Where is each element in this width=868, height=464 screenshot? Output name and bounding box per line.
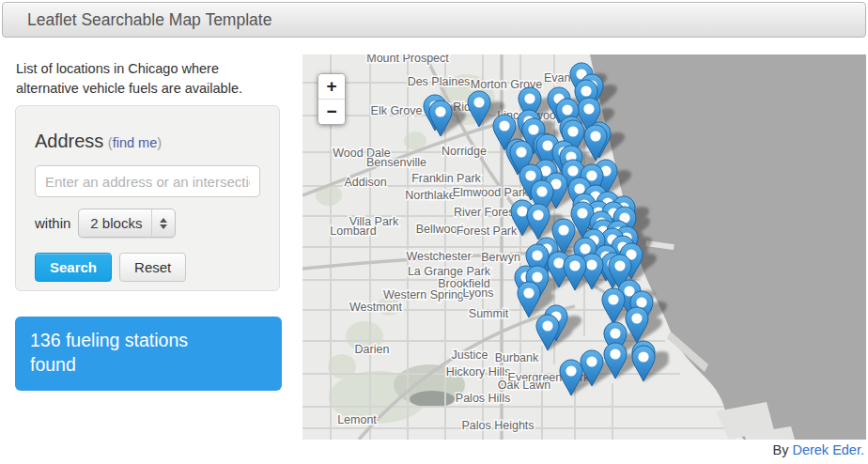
zoom-in-button[interactable]: + [318,74,345,100]
map[interactable]: Mount ProspectDes PlainesMorton GroveEva… [302,54,866,440]
map-place-label: Des Plaines [408,75,471,88]
attribution-by-text: By [773,442,789,457]
button-row: Search Reset [35,253,260,282]
within-row: within 2 blocks [35,209,260,238]
map-place-label: Palos Heights [461,419,534,432]
map-place-label: Elmwood Park [453,186,529,199]
find-me-link[interactable]: find me [113,135,158,150]
app-title-bar: Leaflet Searchable Map Template [2,2,866,38]
map-place-label: Western Springs [383,288,470,302]
map-place-label: Burbank [495,351,539,364]
attribution: ByDerek Eder. [302,442,864,457]
author-link[interactable]: Derek Eder. [792,442,864,457]
map-place-label: Justice [452,348,488,362]
map-place-label: Oak Lawn [498,379,550,392]
zoom-out-button[interactable]: − [318,100,345,124]
intro-text: List of locations in Chicago where alter… [16,59,279,99]
map-place-label: Norridge [442,145,487,158]
select-spinner-icon [151,209,175,237]
map-place-label: Forest Park [457,224,518,238]
results-count-text: 136 fueling stations found [30,329,223,377]
map-place-label: Lombard [330,224,376,238]
address-search-panel: Address (find me) within 2 blocks Search… [15,105,280,291]
distance-selected-value: 2 blocks [79,209,151,237]
map-place-label: Darien [355,343,390,356]
map-place-label: Lyons [463,286,494,300]
map-place-label: Berwyn [481,251,520,264]
map-place-label: Westmont [349,301,403,314]
map-place-label: Franklin Park [411,172,481,185]
map-place-label: Bensenville [366,156,426,169]
paren-close: ) [157,135,162,150]
page-title: Leaflet Searchable Map Template [27,10,271,29]
reset-button[interactable]: Reset [119,253,186,282]
map-place-label: Lemont [337,413,377,426]
map-place-label: Hickory Hills [446,365,511,379]
map-place-label: Palos Hills [456,392,510,405]
address-heading: Address [35,131,103,151]
distance-select[interactable]: 2 blocks [78,209,176,238]
search-button[interactable]: Search [35,253,112,282]
map-place-label: Westchester [406,250,471,263]
map-place-label: Northlake [405,189,456,202]
map-place-label: Addison [344,176,386,189]
map-place-label: Elk Grove [371,104,423,117]
map-place-label: La Grange Park [408,265,491,278]
map-place-label: Summit [469,307,509,320]
within-label: within [35,215,70,231]
map-place-label: Mount Prospect [366,54,449,65]
zoom-control: + − [318,73,346,125]
arrow-up-icon [160,218,167,223]
arrow-down-icon [160,224,167,229]
address-heading-row: Address (find me) [35,131,260,152]
address-input[interactable] [35,165,260,197]
map-place-label: River Forest [454,206,519,219]
results-count-banner: 136 fueling stations found [15,317,282,391]
